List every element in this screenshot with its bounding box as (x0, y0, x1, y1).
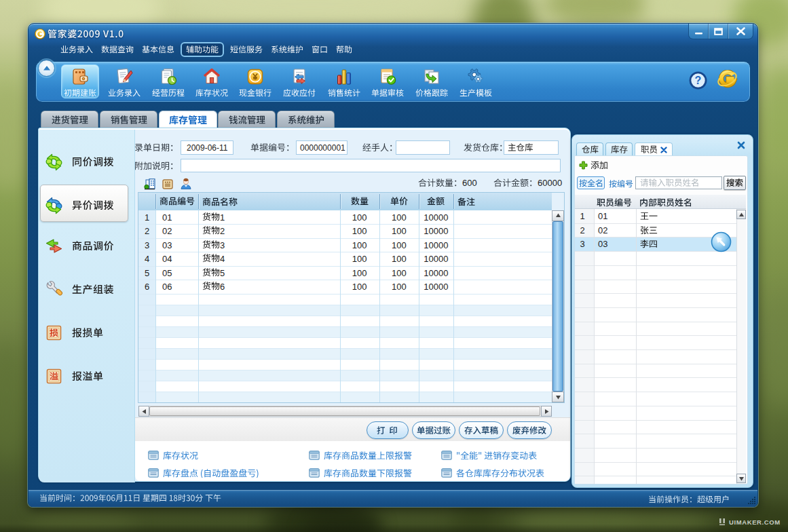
svg-text:?: ? (695, 75, 702, 86)
